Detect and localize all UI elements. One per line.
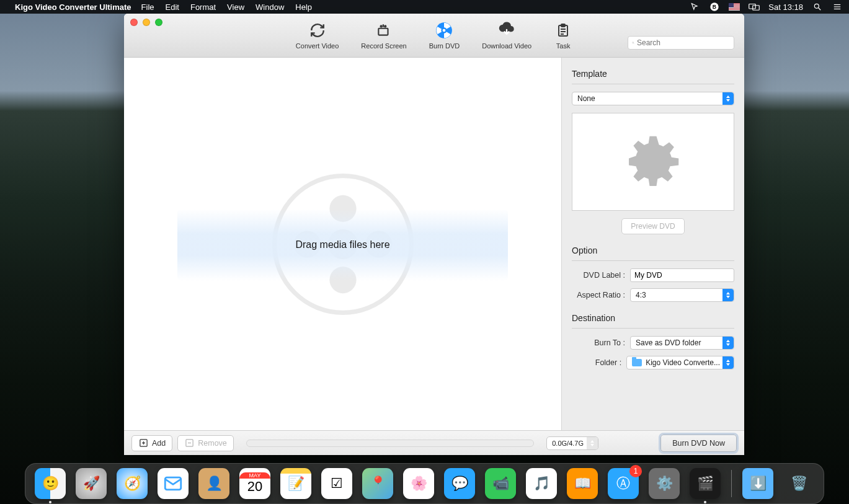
disc-size-select[interactable]: 0.0G/4.7G: [546, 436, 598, 450]
menubar-item-view[interactable]: View: [227, 2, 244, 12]
window-minimize-button[interactable]: [143, 19, 150, 26]
input-source-flag-icon[interactable]: [729, 3, 740, 11]
toolbar-burn-dvd[interactable]: Burn DVD: [429, 21, 460, 50]
svg-point-11: [384, 25, 386, 27]
menubar-item-window[interactable]: Window: [256, 2, 284, 12]
dock-photos[interactable]: 🌸: [402, 467, 435, 500]
dock-contacts[interactable]: 👤: [198, 467, 230, 500]
svg-point-24: [633, 42, 634, 43]
window-zoom-button[interactable]: [155, 19, 162, 26]
toolbar: Convert Video Record Screen Burn DVD Dow…: [296, 21, 572, 50]
record-screen-icon: [375, 21, 393, 40]
dock-downloads[interactable]: ⬇️: [742, 467, 774, 500]
dock-system-preferences[interactable]: ⚙️: [648, 467, 680, 500]
remove-button-label: Remove: [198, 439, 227, 448]
burn-dvd-icon: [435, 21, 453, 40]
burn-to-select[interactable]: Save as DVD folder: [630, 336, 734, 350]
search-input[interactable]: [637, 38, 730, 47]
divider: [572, 84, 734, 84]
dock-trash[interactable]: 🗑️: [783, 467, 815, 500]
dock-finder[interactable]: 🙂: [34, 467, 66, 500]
add-icon: [138, 438, 148, 448]
select-arrows-icon: [722, 92, 734, 105]
destination-section-title: Destination: [572, 313, 734, 323]
svg-line-25: [634, 43, 634, 44]
dvd-label-input[interactable]: [630, 268, 734, 282]
menubar-item-file[interactable]: File: [141, 2, 154, 12]
dock-appstore[interactable]: Ⓐ 1: [607, 467, 639, 500]
select-arrows-icon: [722, 356, 734, 369]
remove-button[interactable]: Remove: [177, 435, 234, 451]
aspect-ratio-select[interactable]: 4:3: [630, 288, 734, 302]
folder-icon: [632, 359, 642, 366]
toolbar-label: Convert Video: [296, 42, 339, 50]
displays-icon[interactable]: [749, 1, 760, 12]
window-footer: Add Remove 0.0G/4.7G Burn DVD Now: [124, 430, 744, 455]
folder-select[interactable]: Kigo Video Converte...: [626, 356, 734, 369]
notification-center-icon[interactable]: [832, 1, 843, 12]
dock-facetime[interactable]: 📹: [484, 467, 517, 500]
dock-maps[interactable]: 📍: [362, 467, 394, 500]
window-titlebar: Convert Video Record Screen Burn DVD Dow…: [124, 14, 744, 58]
dock-notes[interactable]: 📝: [280, 467, 312, 500]
cursor-icon[interactable]: [689, 1, 700, 12]
menubar-item-help[interactable]: Help: [295, 2, 312, 12]
template-select-value: None: [577, 94, 595, 103]
drop-zone-text: Drag media files here: [295, 239, 389, 250]
progress-bar: [246, 440, 534, 447]
convert-video-icon: [308, 21, 327, 40]
bitcoin-icon[interactable]: B: [709, 1, 720, 12]
toolbar-label: Task: [556, 42, 571, 50]
dock-reminders[interactable]: ☑︎: [321, 467, 353, 500]
menubar-item-edit[interactable]: Edit: [166, 2, 179, 12]
menubar-item-format[interactable]: Format: [190, 2, 216, 12]
window-close-button[interactable]: [130, 19, 138, 26]
option-section-title: Option: [572, 245, 734, 255]
side-panel: Template None Preview DVD Option DVD Lab…: [562, 58, 744, 430]
app-window: Convert Video Record Screen Burn DVD Dow…: [124, 14, 744, 455]
svg-line-5: [819, 8, 821, 11]
add-button-label: Add: [152, 439, 166, 448]
svg-point-10: [380, 25, 383, 27]
folder-label: Folder :: [572, 358, 621, 367]
svg-rect-3: [753, 6, 760, 11]
media-drop-zone[interactable]: Drag media files here: [124, 58, 562, 430]
task-icon: [554, 21, 572, 40]
macos-menubar: Kigo Video Converter Ultimate File Edit …: [0, 0, 849, 14]
burn-dvd-now-button[interactable]: Burn DVD Now: [660, 435, 737, 452]
dvd-label-label: DVD Label :: [572, 271, 625, 280]
drop-zone-hint: Drag media files here: [177, 209, 508, 281]
dock-kigo-app[interactable]: 🎬: [689, 467, 721, 500]
template-select[interactable]: None: [572, 92, 734, 105]
toolbar-download-video[interactable]: Download Video: [482, 21, 531, 50]
toolbar-convert-video[interactable]: Convert Video: [296, 21, 339, 50]
folder-value: Kigo Video Converte...: [646, 358, 720, 367]
divider: [572, 260, 734, 261]
menubar-app-name[interactable]: Kigo Video Converter Ultimate: [15, 2, 131, 12]
toolbar-search[interactable]: [628, 36, 734, 50]
dock-mail[interactable]: [157, 467, 189, 500]
svg-text:B: B: [713, 4, 716, 10]
menubar-status-area: B Sat 13:18: [689, 1, 843, 12]
dock-messages[interactable]: 💬: [443, 467, 476, 500]
dock-launchpad[interactable]: 🚀: [75, 467, 107, 500]
svg-rect-9: [378, 29, 388, 35]
dock-calendar[interactable]: MAY20: [239, 467, 271, 500]
preview-dvd-button[interactable]: Preview DVD: [621, 218, 684, 234]
download-video-icon: [497, 21, 516, 40]
gear-icon: [619, 128, 687, 196]
dock-itunes[interactable]: 🎵: [525, 467, 558, 500]
toolbar-record-screen[interactable]: Record Screen: [361, 21, 406, 50]
dock-ibooks[interactable]: 📖: [566, 467, 598, 500]
menubar-clock[interactable]: Sat 13:18: [768, 2, 803, 12]
search-icon: [632, 39, 634, 46]
add-button[interactable]: Add: [131, 435, 172, 451]
burn-to-label: Burn To :: [572, 338, 625, 347]
spotlight-icon[interactable]: [812, 1, 823, 12]
svg-rect-12: [383, 24, 384, 27]
remove-icon: [184, 438, 194, 448]
disc-size-value: 0.0G/4.7G: [552, 440, 584, 447]
svg-rect-2: [749, 4, 756, 9]
dock-safari[interactable]: 🧭: [116, 467, 148, 500]
toolbar-task[interactable]: Task: [554, 21, 572, 50]
